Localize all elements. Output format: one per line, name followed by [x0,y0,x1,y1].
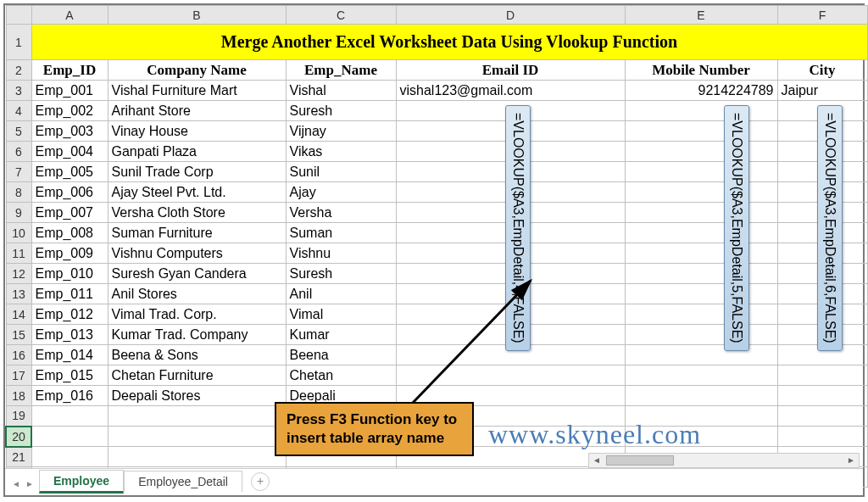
row-header-7[interactable]: 7 [6,162,31,182]
tabs-nav-arrows[interactable]: ◄ ► [10,479,36,488]
row-header-19[interactable]: 19 [6,406,31,427]
header-cell-F[interactable]: City [777,60,867,81]
cell-E14[interactable] [625,304,777,325]
cell-E3[interactable]: 9214224789 [625,81,777,101]
header-cell-C[interactable]: Emp_Name [286,60,396,81]
scroll-track[interactable] [604,454,843,467]
col-header-D[interactable]: D [396,6,625,25]
cell-A10[interactable]: Emp_008 [31,223,108,243]
cell-C4[interactable]: Suresh [286,101,396,121]
cell-B12[interactable]: Suresh Gyan Candera [108,264,286,284]
row-header-5[interactable]: 5 [6,121,31,142]
row-header-17[interactable]: 17 [6,365,31,386]
cell-E16[interactable] [625,345,777,365]
cell-B14[interactable]: Vimal Trad. Corp. [108,304,286,325]
tab-employee[interactable]: Employee [39,470,124,494]
cell-C13[interactable]: Anil [286,284,396,304]
tab-nav-prev-icon[interactable]: ◄ [10,479,22,488]
cell-B18[interactable]: Deepali Stores [108,386,286,406]
header-cell-D[interactable]: Email ID [396,60,625,81]
tab-nav-next-icon[interactable]: ► [24,479,36,488]
cell-B4[interactable]: Arihant Store [108,101,286,121]
cell-A7[interactable]: Emp_005 [31,162,108,182]
cell-A3[interactable]: Emp_001 [31,81,108,101]
cell-E6[interactable] [625,142,777,162]
cell-C15[interactable]: Kumar [286,325,396,345]
cell-C6[interactable]: Vikas [286,142,396,162]
cell-A4[interactable]: Emp_002 [31,101,108,121]
cell-A12[interactable]: Emp_010 [31,264,108,284]
cell-E17[interactable] [625,365,777,386]
header-cell-E[interactable]: Mobile Number [625,60,777,81]
cell-A20[interactable] [31,427,108,447]
cell-B8[interactable]: Ajay Steel Pvt. Ltd. [108,182,286,203]
cell-B13[interactable]: Anil Stores [108,284,286,304]
header-cell-B[interactable]: Company Name [108,60,286,81]
cell-B9[interactable]: Versha Cloth Store [108,203,286,223]
cell-A19[interactable] [31,406,108,427]
cell-F20[interactable] [777,427,867,447]
cell-C11[interactable]: Vishnu [286,243,396,264]
tab-employee-detail[interactable]: Employee_Detail [124,471,242,492]
cell-B20[interactable] [108,427,286,447]
scroll-thumb[interactable] [606,455,674,466]
tab-add-button[interactable]: + [251,472,270,491]
cell-E5[interactable] [625,121,777,142]
col-header-A[interactable]: A [31,6,108,25]
scroll-right-icon[interactable]: ► [843,454,859,467]
row-header-16[interactable]: 16 [6,345,31,365]
cell-B15[interactable]: Kumar Trad. Company [108,325,286,345]
cell-A16[interactable]: Emp_014 [31,345,108,365]
row-header-14[interactable]: 14 [6,304,31,325]
cell-A11[interactable]: Emp_009 [31,243,108,264]
cell-E15[interactable] [625,325,777,345]
select-all-corner[interactable] [6,6,31,25]
cell-E9[interactable] [625,203,777,223]
col-header-B[interactable]: B [108,6,286,25]
col-header-E[interactable]: E [625,6,777,25]
cell-A17[interactable]: Emp_015 [31,365,108,386]
col-header-C[interactable]: C [286,6,396,25]
cell-E4[interactable] [625,101,777,121]
cell-E13[interactable] [625,284,777,304]
row-header-8[interactable]: 8 [6,182,31,203]
row-header-3[interactable]: 3 [6,81,31,101]
cell-F19[interactable] [777,406,867,427]
cell-B16[interactable]: Beena & Sons [108,345,286,365]
cell-A5[interactable]: Emp_003 [31,121,108,142]
cell-A13[interactable]: Emp_011 [31,284,108,304]
cell-B6[interactable]: Ganpati Plaza [108,142,286,162]
cell-F18[interactable] [777,386,867,406]
cell-E7[interactable] [625,162,777,182]
cell-C10[interactable]: Suman [286,223,396,243]
row-header-20[interactable]: 20 [6,427,31,447]
cell-D17[interactable] [396,365,625,386]
row-header-11[interactable]: 11 [6,243,31,264]
cell-A14[interactable]: Emp_012 [31,304,108,325]
cell-C17[interactable]: Chetan [286,365,396,386]
row-header-2[interactable]: 2 [6,60,31,81]
cell-B3[interactable]: Vishal Furniture Mart [108,81,286,101]
cell-F17[interactable] [777,365,867,386]
cell-E10[interactable] [625,223,777,243]
cell-B19[interactable] [108,406,286,427]
row-header-12[interactable]: 12 [6,264,31,284]
cell-C8[interactable]: Ajay [286,182,396,203]
cell-B21[interactable] [108,447,286,467]
cell-A6[interactable]: Emp_004 [31,142,108,162]
cell-A18[interactable]: Emp_016 [31,386,108,406]
cell-C5[interactable]: Vijnay [286,121,396,142]
cell-F3[interactable]: Jaipur [777,81,867,101]
row-header-13[interactable]: 13 [6,284,31,304]
cell-C9[interactable]: Versha [286,203,396,223]
cell-A15[interactable]: Emp_013 [31,325,108,345]
row-header-1[interactable]: 1 [6,25,31,60]
cell-E18[interactable] [625,386,777,406]
cell-D3[interactable]: vishal123@gmail.com [396,81,625,101]
scroll-left-icon[interactable]: ◄ [589,454,604,467]
cell-C3[interactable]: Vishal [286,81,396,101]
cell-C12[interactable]: Suresh [286,264,396,284]
cell-B17[interactable]: Chetan Furniture [108,365,286,386]
cell-C16[interactable]: Beena [286,345,396,365]
row-header-9[interactable]: 9 [6,203,31,223]
